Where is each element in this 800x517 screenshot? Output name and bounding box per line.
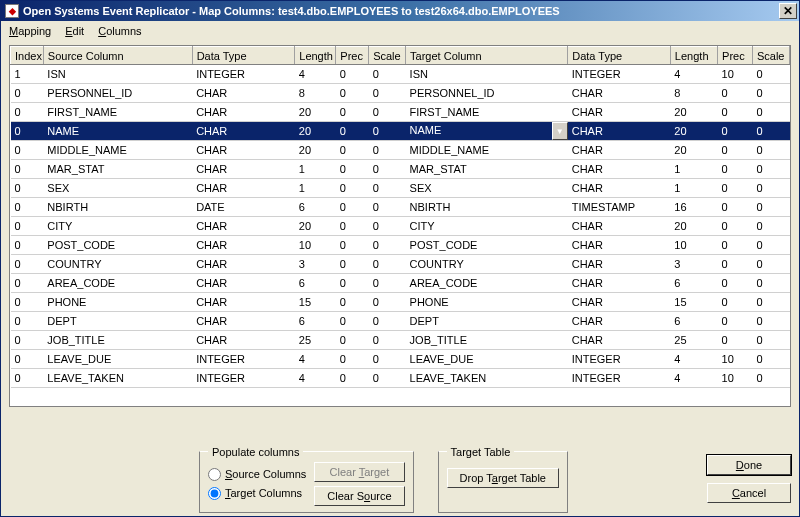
cell-sl: 20: [295, 217, 336, 236]
col-source-prec[interactable]: Prec: [336, 47, 369, 65]
cell-tdt: CHAR: [568, 122, 671, 141]
clear-target-button[interactable]: Clear Target: [314, 462, 404, 482]
cancel-button[interactable]: Cancel: [707, 483, 791, 503]
cell-tp: 10: [718, 65, 753, 84]
table-row[interactable]: 1ISNINTEGER400ISNINTEGER4100: [11, 65, 790, 84]
cell-sl: 20: [295, 141, 336, 160]
table-row[interactable]: 0PERSONNEL_IDCHAR800PERSONNEL_IDCHAR800: [11, 84, 790, 103]
cell-sc: CITY: [43, 217, 192, 236]
target-table-group: Target Table Drop Target Table: [438, 446, 568, 513]
table-row[interactable]: 0PHONECHAR1500PHONECHAR1500: [11, 293, 790, 312]
col-source-scale[interactable]: Scale: [369, 47, 406, 65]
table-row[interactable]: 0NAMECHAR2000NAME▼PERSONNEL_IDFIRST_NAME…: [11, 122, 790, 141]
cell-sc: NBIRTH: [43, 198, 192, 217]
cell-tl: 20: [670, 217, 717, 236]
drop-target-button[interactable]: Drop Target Table: [447, 468, 559, 488]
cell-sl: 1: [295, 179, 336, 198]
col-index[interactable]: Index: [11, 47, 44, 65]
cell-tdt: CHAR: [568, 274, 671, 293]
cell-tc: DEPT: [406, 312, 568, 331]
mapping-grid[interactable]: Index Source Column Data Type Length Pre…: [9, 45, 791, 407]
table-row[interactable]: 0LEAVE_TAKENINTEGER400LEAVE_TAKENINTEGER…: [11, 369, 790, 388]
table-row[interactable]: 0POST_CODECHAR1000POST_CODECHAR1000: [11, 236, 790, 255]
col-target-scale[interactable]: Scale: [752, 47, 789, 65]
cell-tc: FIRST_NAME: [406, 103, 568, 122]
cell-ts: 0: [752, 331, 789, 350]
cell-ss: 0: [369, 141, 406, 160]
chevron-down-icon[interactable]: ▼: [552, 122, 568, 140]
cell-tc: LEAVE_TAKEN: [406, 369, 568, 388]
table-row[interactable]: 0COUNTRYCHAR300COUNTRYCHAR300: [11, 255, 790, 274]
table-row[interactable]: 0CITYCHAR2000CITYCHAR2000: [11, 217, 790, 236]
cell-ts: 0: [752, 293, 789, 312]
col-source-datatype[interactable]: Data Type: [192, 47, 295, 65]
table-row[interactable]: 0MAR_STATCHAR100MAR_STATCHAR100: [11, 160, 790, 179]
table-row[interactable]: 0SEXCHAR100SEXCHAR100: [11, 179, 790, 198]
cell-tdt: CHAR: [568, 217, 671, 236]
menu-columns[interactable]: Columns: [98, 25, 141, 37]
cell-tl: 4: [670, 350, 717, 369]
col-source-length[interactable]: Length: [295, 47, 336, 65]
cell-sp: 0: [336, 331, 369, 350]
grid-header-row: Index Source Column Data Type Length Pre…: [11, 47, 790, 65]
table-row[interactable]: 0DEPTCHAR600DEPTCHAR600: [11, 312, 790, 331]
cell-tp: 0: [718, 255, 753, 274]
table-row[interactable]: 0NBIRTHDATE600NBIRTHTIMESTAMP1600: [11, 198, 790, 217]
cell-idx: 0: [11, 236, 44, 255]
cell-ts: 0: [752, 160, 789, 179]
cell-sdt: CHAR: [192, 255, 295, 274]
cell-ts: 0: [752, 369, 789, 388]
col-target-datatype[interactable]: Data Type: [568, 47, 671, 65]
cell-sl: 6: [295, 198, 336, 217]
col-source-column[interactable]: Source Column: [43, 47, 192, 65]
cell-tl: 6: [670, 274, 717, 293]
table-row[interactable]: 0AREA_CODECHAR600AREA_CODECHAR600: [11, 274, 790, 293]
cell-tp: 0: [718, 217, 753, 236]
cell-idx: 0: [11, 255, 44, 274]
col-target-length[interactable]: Length: [670, 47, 717, 65]
cell-idx: 0: [11, 312, 44, 331]
cell-sdt: INTEGER: [192, 350, 295, 369]
cell-ss: 0: [369, 369, 406, 388]
cell-idx: 0: [11, 160, 44, 179]
menu-edit[interactable]: Edit: [65, 25, 84, 37]
cell-tl: 4: [670, 65, 717, 84]
populate-columns-group: Populate columns Source Columns Target C…: [199, 446, 414, 513]
cell-tl: 20: [670, 122, 717, 141]
done-button[interactable]: Done: [707, 455, 791, 475]
cell-idx: 0: [11, 103, 44, 122]
table-row[interactable]: 0JOB_TITLECHAR2500JOB_TITLECHAR2500: [11, 331, 790, 350]
table-row[interactable]: 0LEAVE_DUEINTEGER400LEAVE_DUEINTEGER4100: [11, 350, 790, 369]
cell-idx: 0: [11, 84, 44, 103]
cell-tp: 0: [718, 103, 753, 122]
clear-source-button[interactable]: Clear Source: [314, 486, 404, 506]
cell-tp: 0: [718, 274, 753, 293]
cell-sl: 1: [295, 160, 336, 179]
cell-sc: FIRST_NAME: [43, 103, 192, 122]
cell-tl: 1: [670, 160, 717, 179]
close-button[interactable]: ✕: [779, 3, 797, 19]
cell-sp: 0: [336, 255, 369, 274]
table-row[interactable]: 0MIDDLE_NAMECHAR2000MIDDLE_NAMECHAR2000: [11, 141, 790, 160]
cell-sc: LEAVE_DUE: [43, 350, 192, 369]
cell-ts: 0: [752, 84, 789, 103]
cell-idx: 0: [11, 179, 44, 198]
cell-ss: 0: [369, 255, 406, 274]
cell-tdt: CHAR: [568, 293, 671, 312]
radio-target-columns[interactable]: Target Columns: [208, 487, 306, 500]
col-target-prec[interactable]: Prec: [718, 47, 753, 65]
cell-tl: 10: [670, 236, 717, 255]
cell-tl: 20: [670, 103, 717, 122]
app-icon: ◆: [5, 4, 19, 18]
cell-tdt: CHAR: [568, 312, 671, 331]
table-row[interactable]: 0FIRST_NAMECHAR2000FIRST_NAMECHAR2000: [11, 103, 790, 122]
cell-ss: 0: [369, 179, 406, 198]
dropdown-list[interactable]: PERSONNEL_IDFIRST_NAMENAMEMIDDLE_NAMEMAR…: [406, 140, 568, 141]
col-target-column[interactable]: Target Column: [406, 47, 568, 65]
cell-tl: 16: [670, 198, 717, 217]
cell-tc[interactable]: NAME▼PERSONNEL_IDFIRST_NAMENAMEMIDDLE_NA…: [406, 122, 568, 141]
radio-source-columns[interactable]: Source Columns: [208, 468, 306, 481]
menu-mapping[interactable]: Mapping: [9, 25, 51, 37]
cell-sc: SEX: [43, 179, 192, 198]
cell-sl: 4: [295, 350, 336, 369]
